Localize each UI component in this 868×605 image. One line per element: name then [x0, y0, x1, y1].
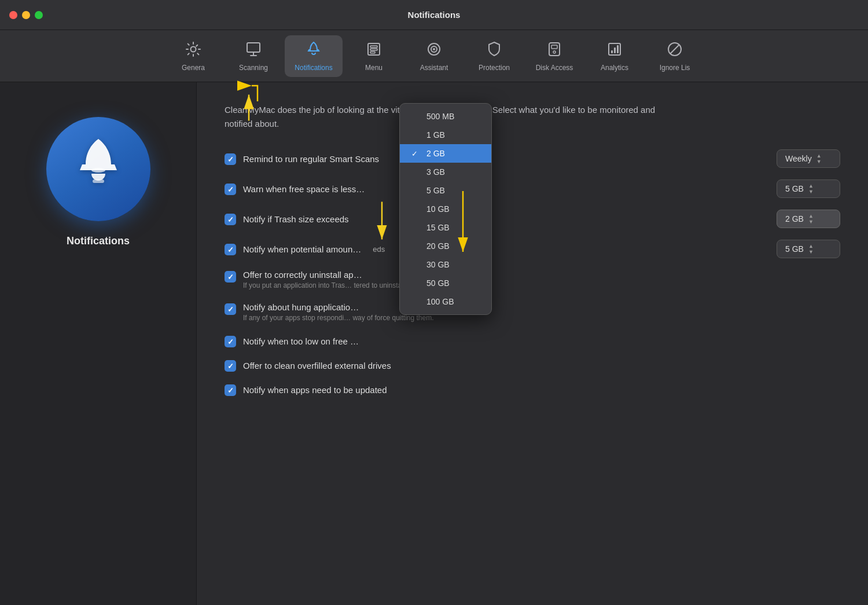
window-controls	[9, 11, 43, 19]
checkbox-hung-apps[interactable]	[225, 303, 236, 315]
dropdown-option-10gb[interactable]: 10 GB	[400, 200, 491, 218]
stepper-arrows-potential: ▲ ▼	[808, 244, 814, 255]
dropdown-label-3gb: 3 GB	[426, 167, 445, 177]
checkbox-trash-size[interactable]	[225, 214, 236, 225]
svg-point-0	[191, 46, 196, 52]
svg-rect-10	[551, 45, 557, 49]
stepper-value-trash-size: 2 GB	[785, 214, 804, 223]
row-potential-amount: Notify when potential amoun… eds 5 GB ▲ …	[225, 240, 840, 258]
ignore-icon	[666, 41, 683, 60]
svg-point-11	[553, 51, 556, 53]
label-low-memory: Notify when too low on free …	[243, 336, 359, 346]
svg-rect-1	[247, 43, 260, 52]
row-smart-scans: Remind to run regular Smart Scans Weekly…	[225, 149, 840, 168]
toolbar-label-menu: Menu	[365, 64, 382, 72]
dropdown-label-10gb: 10 GB	[426, 204, 450, 214]
dropdown-option-20gb[interactable]: 20 GB	[400, 237, 491, 255]
checkbox-potential-amount[interactable]	[225, 244, 236, 255]
minimize-button[interactable]	[22, 11, 30, 19]
stepper-arrows-free-space: ▲ ▼	[808, 184, 814, 195]
checkbox-smart-scans[interactable]	[225, 153, 236, 165]
checkbox-app-updates[interactable]	[225, 384, 236, 396]
svg-line-17	[670, 45, 679, 54]
dropdown-option-15gb[interactable]: 15 GB	[400, 218, 491, 237]
dropdown-label-30gb: 30 GB	[426, 260, 450, 269]
row-external-drives: Offer to clean overfilled external drive…	[225, 359, 840, 372]
window-title: Notifications	[408, 10, 461, 20]
stepper-arrows-trash-size: ▲ ▼	[808, 214, 814, 225]
toolbar-label-protection: Protection	[479, 64, 510, 72]
maximize-button[interactable]	[35, 11, 43, 19]
dropdown-option-30gb[interactable]: 30 GB	[400, 255, 491, 274]
toolbar-label-notifications: Notifications	[295, 64, 332, 72]
dropdown-label-1gb: 1 GB	[426, 130, 445, 140]
close-button[interactable]	[9, 11, 17, 19]
notifications-bell-icon	[69, 134, 127, 204]
toolbar-label-general: Genera	[182, 64, 205, 72]
label-free-space: Warn when free space is less…	[243, 184, 365, 194]
row-uninstall: Offer to correctly uninstall ap… If you …	[225, 270, 840, 289]
checkbox-external-drives[interactable]	[225, 360, 236, 372]
dropdown-option-500mb[interactable]: 500 MB	[400, 107, 491, 126]
bell-icon-toolbar	[305, 41, 322, 60]
toolbar-label-ignore-list: Ignore Lis	[660, 64, 690, 72]
sublabel-hung-apps: If any of your apps stop respondi… way o…	[243, 314, 434, 322]
label-potential-suffix: eds	[373, 245, 385, 254]
stepper-free-space[interactable]: 5 GB ▲ ▼	[777, 179, 840, 198]
label-potential-amount: Notify when potential amoun…	[243, 244, 361, 254]
svg-rect-4	[370, 49, 377, 50]
assistant-icon	[425, 41, 443, 60]
toolbar-item-protection[interactable]: Protection	[465, 35, 523, 77]
toolbar-label-assistant: Assistant	[420, 64, 448, 72]
menu-icon	[365, 41, 382, 60]
dropdown-option-100gb[interactable]: 100 GB	[400, 292, 491, 311]
analytics-icon	[606, 41, 623, 60]
dropdown-label-5gb: 5 GB	[426, 186, 445, 195]
toolbar-item-general[interactable]: Genera	[164, 35, 222, 77]
row-free-space: Warn when free space is less… 5 GB ▲ ▼	[225, 179, 840, 198]
toolbar-item-analytics[interactable]: Analytics	[586, 35, 643, 77]
disk-icon	[546, 41, 563, 60]
stepper-potential-amount[interactable]: 5 GB ▲ ▼	[777, 240, 840, 258]
toolbar-label-analytics: Analytics	[601, 64, 628, 72]
stepper-trash-size[interactable]: 2 GB ▲ ▼	[777, 210, 840, 228]
dropdown-option-1gb[interactable]: 1 GB	[400, 126, 491, 144]
stepper-arrows-smart-scans: ▲ ▼	[816, 153, 822, 164]
row-hung-apps: Notify about hung applicatio… If any of …	[225, 302, 840, 322]
titlebar: Notifications	[0, 0, 868, 30]
sidebar: Notifications	[0, 82, 197, 605]
dropdown-label-500mb: 500 MB	[426, 112, 454, 121]
sidebar-icon-circle	[46, 117, 150, 221]
stepper-value-potential: 5 GB	[785, 244, 804, 254]
toolbar-label-disk-access: Disk Access	[536, 64, 573, 72]
svg-rect-13	[611, 50, 613, 53]
toolbar-item-menu[interactable]: Menu	[345, 35, 403, 77]
row-trash-size: Notify if Trash size exceeds 2 GB ▲ ▼	[225, 210, 840, 228]
svg-rect-19	[93, 179, 104, 183]
content-panel: CleanMyMac does the job of looking at th…	[197, 82, 868, 605]
toolbar-item-scanning[interactable]: Scanning	[225, 35, 282, 77]
gear-icon	[185, 41, 202, 60]
dropdown-option-5gb[interactable]: 5 GB	[400, 181, 491, 200]
dropdown-option-2gb[interactable]: ✓ 2 GB	[400, 144, 491, 163]
stepper-smart-scans[interactable]: Weekly ▲ ▼	[777, 149, 840, 168]
label-app-updates: Notify when apps need to be updated	[243, 385, 387, 395]
dropdown-label-20gb: 20 GB	[426, 241, 450, 251]
dropdown-option-3gb[interactable]: 3 GB	[400, 163, 491, 181]
stepper-value-smart-scans: Weekly	[785, 154, 812, 163]
toolbar-label-scanning: Scanning	[239, 64, 268, 72]
check-mark-2gb: ✓	[411, 149, 421, 158]
svg-rect-15	[617, 45, 619, 53]
toolbar-item-ignore-list[interactable]: Ignore Lis	[646, 35, 704, 77]
toolbar-item-notifications[interactable]: Notifications	[285, 35, 343, 77]
dropdown-menu-trash-size[interactable]: 500 MB 1 GB ✓ 2 GB 3 GB 5 GB 10 GB 15 GB…	[399, 103, 492, 315]
toolbar-item-assistant[interactable]: Assistant	[405, 35, 463, 77]
toolbar-item-disk-access[interactable]: Disk Access	[525, 35, 583, 77]
checkbox-uninstall[interactable]	[225, 271, 236, 283]
svg-point-18	[91, 168, 105, 173]
dropdown-option-50gb[interactable]: 50 GB	[400, 274, 491, 292]
svg-rect-3	[370, 46, 377, 47]
checkbox-free-space[interactable]	[225, 184, 236, 195]
row-low-memory: Notify when too low on free …	[225, 335, 840, 347]
checkbox-low-memory[interactable]	[225, 336, 236, 347]
